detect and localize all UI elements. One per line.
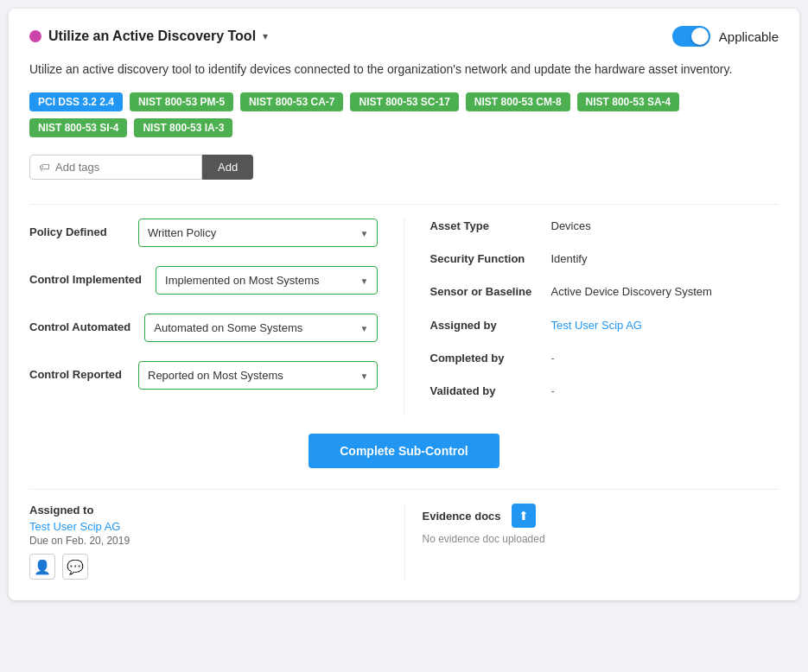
policy-defined-select-wrapper: Written Policy Not Defined Informal Poli…: [138, 219, 378, 247]
footer-grid: Assigned to Test User Scip AG Due on Feb…: [29, 504, 779, 580]
complete-sub-control-button[interactable]: Complete Sub-Control: [309, 434, 499, 468]
assigned-by-label: Assigned by: [430, 318, 543, 333]
policy-defined-label: Policy Defined: [29, 219, 124, 240]
main-grid: Policy Defined Written Policy Not Define…: [29, 219, 779, 416]
completed-by-label: Completed by: [430, 351, 543, 366]
asset-type-label: Asset Type: [430, 219, 543, 234]
tags-row: PCI DSS 3.2 2.4NIST 800-53 PM-5NIST 800-…: [29, 92, 779, 137]
policy-defined-select[interactable]: Written Policy Not Defined Informal Poli…: [138, 219, 378, 247]
right-column: Asset Type Devices Security Function Ide…: [404, 219, 779, 416]
evidence-section: Evidence docs ⬆ No evidence doc uploaded: [404, 504, 779, 580]
toggle-label: Applicable: [719, 29, 779, 44]
policy-defined-row: Policy Defined Written Policy Not Define…: [29, 219, 378, 247]
tag: NIST 800-53 CM-8: [466, 92, 570, 111]
control-reported-select-wrapper: Reported on Most Systems Reported on All…: [138, 361, 378, 390]
tag: NIST 800-53 SA-4: [577, 92, 680, 111]
main-card: Utilize an Active Discovery Tool ▾ Appli…: [9, 9, 799, 600]
tag: PCI DSS 3.2 2.4: [29, 92, 123, 111]
control-automated-select[interactable]: Automated on Some Systems Automated on A…: [144, 314, 377, 342]
left-column: Policy Defined Written Policy Not Define…: [29, 219, 404, 416]
evidence-header: Evidence docs ⬆: [423, 504, 779, 528]
evidence-text: No evidence doc uploaded: [423, 533, 779, 545]
tag: NIST 800-53 SI-4: [29, 118, 127, 137]
control-automated-select-wrapper: Automated on Some Systems Automated on A…: [144, 314, 377, 342]
assigned-section: Assigned to Test User Scip AG Due on Feb…: [29, 504, 404, 580]
control-automated-label: Control Automated: [29, 314, 130, 335]
control-implemented-label: Control Implemented: [29, 266, 142, 288]
applicable-toggle[interactable]: [672, 26, 710, 47]
completed-by-value: -: [551, 351, 555, 366]
tag-icon: 🏷: [39, 161, 50, 174]
control-implemented-select[interactable]: Implemented on Most Systems Implemented …: [156, 266, 377, 295]
user-avatar-icon[interactable]: 👤: [29, 554, 55, 580]
security-function-label: Security Function: [430, 251, 543, 267]
tag: NIST 800-53 SC-17: [350, 92, 458, 111]
assigned-by-row: Assigned by Test User Scip AG: [430, 318, 779, 333]
upload-icon[interactable]: ⬆: [512, 504, 536, 528]
tag: NIST 800-53 CA-7: [240, 92, 343, 111]
tag: NIST 800-53 PM-5: [130, 92, 233, 111]
sensor-baseline-value: Active Device Discovery System: [551, 284, 712, 300]
due-date-text: Due on Feb. 20, 2019: [29, 535, 387, 547]
assigned-to-user[interactable]: Test User Scip AG: [29, 520, 387, 533]
control-implemented-select-wrapper: Implemented on Most Systems Implemented …: [156, 266, 377, 295]
validated-by-label: Validated by: [430, 384, 543, 399]
header-row: Utilize an Active Discovery Tool ▾ Appli…: [29, 26, 779, 47]
avatar-row: 👤 💬: [29, 554, 387, 580]
add-tags-input-wrapper: 🏷: [29, 155, 202, 180]
control-reported-select[interactable]: Reported on Most Systems Reported on All…: [138, 361, 378, 390]
description-text: Utilize an active discovery tool to iden…: [29, 60, 779, 79]
asset-type-value: Devices: [551, 219, 591, 234]
assigned-to-label: Assigned to: [29, 504, 387, 517]
comment-icon[interactable]: 💬: [62, 554, 88, 580]
control-reported-row: Control Reported Reported on Most System…: [29, 361, 378, 390]
add-tags-row: 🏷 Add: [29, 155, 779, 180]
title-area: Utilize an Active Discovery Tool ▾: [29, 29, 268, 44]
sensor-baseline-row: Sensor or Baseline Active Device Discove…: [430, 284, 779, 300]
validated-by-row: Validated by -: [430, 384, 779, 399]
page-title: Utilize an Active Discovery Tool: [48, 29, 256, 44]
validated-by-value: -: [551, 384, 555, 399]
security-function-row: Security Function Identify: [430, 251, 779, 267]
chevron-down-icon[interactable]: ▾: [263, 30, 268, 42]
title-dot: [29, 30, 41, 42]
completed-by-row: Completed by -: [430, 351, 779, 366]
add-tags-field[interactable]: [55, 161, 159, 174]
evidence-label: Evidence docs: [423, 510, 501, 523]
security-function-value: Identify: [551, 251, 588, 267]
asset-type-row: Asset Type Devices: [430, 219, 779, 234]
complete-row: Complete Sub-Control: [29, 434, 779, 468]
assigned-by-value[interactable]: Test User Scip AG: [551, 318, 642, 333]
add-tag-button[interactable]: Add: [202, 155, 253, 180]
tag: NIST 800-53 IA-3: [134, 118, 232, 137]
control-automated-row: Control Automated Automated on Some Syst…: [29, 314, 378, 342]
control-implemented-row: Control Implemented Implemented on Most …: [29, 266, 378, 295]
sensor-baseline-label: Sensor or Baseline: [430, 284, 543, 300]
control-reported-label: Control Reported: [29, 361, 124, 383]
toggle-area: Applicable: [672, 26, 779, 47]
